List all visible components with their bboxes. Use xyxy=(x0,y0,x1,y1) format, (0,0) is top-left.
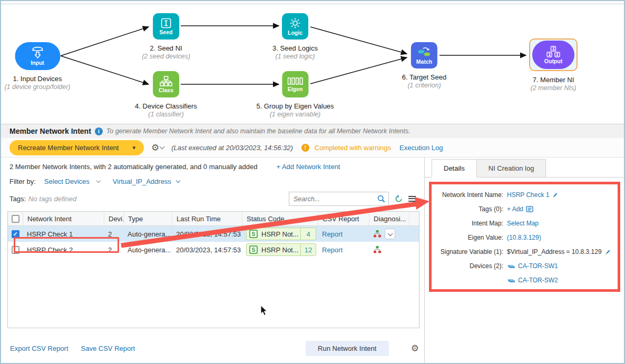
section-header: Member Network Intent i To generate Memb… xyxy=(1,124,624,138)
filter-row: Filter by: Select Devices Virtual_IP_Add… xyxy=(9,178,416,185)
diagram-node-match[interactable]: Match 6. Target Seed (1 criterion) xyxy=(402,42,446,89)
field-label: Signature Variable (1): xyxy=(436,248,503,255)
row-checkbox[interactable]: ✓ xyxy=(12,230,19,238)
device-link[interactable]: CA-TOR-SW1 xyxy=(518,262,558,270)
select-all-checkbox[interactable] xyxy=(12,215,19,223)
report-link[interactable]: Report xyxy=(322,230,343,238)
menu-button[interactable] xyxy=(408,196,416,202)
node-subtitle: (1 criterion) xyxy=(407,82,441,89)
tab-ni-creation-log[interactable]: NI Creation log xyxy=(477,159,546,178)
col-network-intent[interactable]: Network Intent xyxy=(23,212,104,225)
status-pill[interactable]: S HSRP Not... 4 xyxy=(246,228,316,240)
eigen-value-link[interactable]: (10.8.3.129) xyxy=(507,234,541,241)
search-icon[interactable] xyxy=(377,195,385,203)
node-title: 6. Target Seed xyxy=(402,73,446,81)
tags-label: Tags: xyxy=(9,195,26,203)
export-csv-report-link[interactable]: Export CSV Report xyxy=(10,345,69,352)
gear-icon[interactable]: ⚙ xyxy=(411,344,419,353)
node-title: 5. Group by Eigen Values xyxy=(256,102,334,110)
field-devices: Devices (2): CA-TOR-SW1 xyxy=(436,262,616,270)
seed-node-label: Seed xyxy=(159,29,172,35)
col-type[interactable]: Type xyxy=(123,212,172,225)
logic-node-label: Logic xyxy=(288,29,302,36)
col-csv-report[interactable]: CSV Report xyxy=(318,212,369,225)
field-network-intent-name: Network Intent Name: HSRP Check 1 xyxy=(436,191,616,199)
network-intent-name-link[interactable]: HSRP Check 1 xyxy=(507,191,549,199)
col-diagnosis[interactable]: Diagnosi... xyxy=(369,212,409,225)
select-map-link[interactable]: Select Map xyxy=(507,220,539,227)
status-label: HSRP Not... xyxy=(261,246,300,254)
status-cell[interactable]: S HSRP Not... 12 xyxy=(242,242,318,258)
field-label: Tags (0): xyxy=(436,205,503,213)
node-title: 3. Seed Logics xyxy=(272,44,318,52)
diagram-node-output[interactable]: Output 7. Member NI (2 member NIs) xyxy=(529,38,578,92)
save-csv-report-link[interactable]: Save CSV Report xyxy=(81,345,135,352)
col-last-run-time[interactable]: Last Run Time xyxy=(172,212,242,225)
execution-log-link[interactable]: Execution Log xyxy=(399,144,443,152)
diagnosis-cell xyxy=(369,242,409,258)
settings-gear-button[interactable]: ⚙ xyxy=(151,143,164,152)
tags-value: No tags defined xyxy=(28,195,76,203)
match-node-label: Match xyxy=(416,58,432,65)
info-icon[interactable]: i xyxy=(95,127,103,135)
run-network-intent-button[interactable]: Run Network Intent xyxy=(306,341,389,356)
add-tag-link[interactable]: + Add xyxy=(507,205,523,213)
output-icon xyxy=(546,46,560,57)
match-node-shape: Match xyxy=(411,42,437,68)
diagnosis-tree-icon[interactable] xyxy=(373,245,382,254)
diagnosis-tree-icon[interactable] xyxy=(373,230,382,238)
search-input[interactable] xyxy=(292,195,377,203)
status-pill[interactable]: S HSRP Not... 12 xyxy=(246,243,316,256)
status-letter-icon: S xyxy=(249,230,258,238)
intent-name-cell[interactable]: HSRP Check 2 xyxy=(23,242,104,258)
workflow-diagram: Input 1. Input Devices (1 device group/f… xyxy=(1,1,624,124)
logic-node-shape: Logic xyxy=(282,13,308,40)
edit-pencil-icon[interactable] xyxy=(604,249,611,255)
row-actions-dropdown[interactable] xyxy=(385,229,395,239)
status-count[interactable]: 4 xyxy=(300,228,316,240)
details-highlight-box: Network Intent Name: HSRP Check 1 Tags (… xyxy=(429,182,620,292)
tag-list-icon[interactable] xyxy=(526,206,533,212)
tab-details[interactable]: Details xyxy=(432,159,477,178)
edit-pencil-icon[interactable] xyxy=(552,192,559,199)
chevron-down-icon[interactable] xyxy=(96,179,101,183)
col-devices[interactable]: Devi... xyxy=(104,212,123,225)
device-link[interactable]: CA-TOR-SW2 xyxy=(518,277,558,284)
table-row[interactable]: ✓ HSRP Check 1 2 Auto-genera... 20/03/20… xyxy=(8,226,419,242)
diagram-node-input[interactable]: Input 1. Input Devices (1 device group/f… xyxy=(4,42,70,91)
row-checkbox[interactable] xyxy=(12,246,19,254)
variable-filter-dropdown[interactable]: Virtual_IP_Address xyxy=(113,178,171,185)
details-tabbar: Details NI Creation log xyxy=(425,159,624,178)
status-count[interactable]: 12 xyxy=(300,244,316,255)
diagram-node-logic[interactable]: Logic 3. Seed Logics (1 seed logic) xyxy=(272,13,318,60)
chevron-down-icon[interactable] xyxy=(176,179,180,183)
signature-variable-value: $Virtual_IP_Address = 10.8.3.129 xyxy=(507,248,602,255)
diagram-node-seed[interactable]: Seed 2. Seed NI (2 seed devices) xyxy=(142,13,190,60)
recreate-member-network-intent-button[interactable]: Recreate Member Network Intent ▾ xyxy=(9,140,144,155)
devices-cell: 2 xyxy=(104,242,123,258)
add-network-intent-link[interactable]: + Add Network Intent xyxy=(276,163,340,171)
seed-node-shape: Seed xyxy=(153,13,179,40)
col-status-code[interactable]: Status Code xyxy=(242,212,318,225)
select-devices-dropdown[interactable]: Select Devices xyxy=(44,178,90,185)
match-icon xyxy=(417,46,432,58)
diagram-node-class[interactable]: Class 4. Device Classifiers (1 classifie… xyxy=(135,71,197,118)
app-window: Input 1. Input Devices (1 device group/f… xyxy=(0,0,625,364)
chevron-down-icon xyxy=(387,231,393,236)
type-cell: Auto-genera... xyxy=(123,226,172,242)
seed-icon xyxy=(161,18,171,28)
field-label: Devices (2): xyxy=(436,262,503,270)
diagram-node-eigen[interactable]: Eigen 5. Group by Eigen Values (1 eigen … xyxy=(256,71,334,118)
intent-name-cell[interactable]: HSRP Check 1 xyxy=(23,226,104,242)
table-row[interactable]: HSRP Check 2 2 Auto-genera... 20/03/2023… xyxy=(8,242,419,258)
eigen-icon xyxy=(287,77,303,85)
devices-cell: 2 xyxy=(104,226,123,242)
toolbar: Recreate Member Network Intent ▾ ⚙ (Last… xyxy=(1,138,624,158)
report-link[interactable]: Report xyxy=(322,246,343,254)
refresh-button[interactable] xyxy=(395,195,403,203)
status-letter-icon: S xyxy=(249,245,258,254)
input-icon xyxy=(31,46,44,59)
search-box xyxy=(289,192,389,206)
status-cell[interactable]: S HSRP Not... 4 xyxy=(242,226,318,242)
node-subtitle: (1 seed logic) xyxy=(275,53,315,60)
